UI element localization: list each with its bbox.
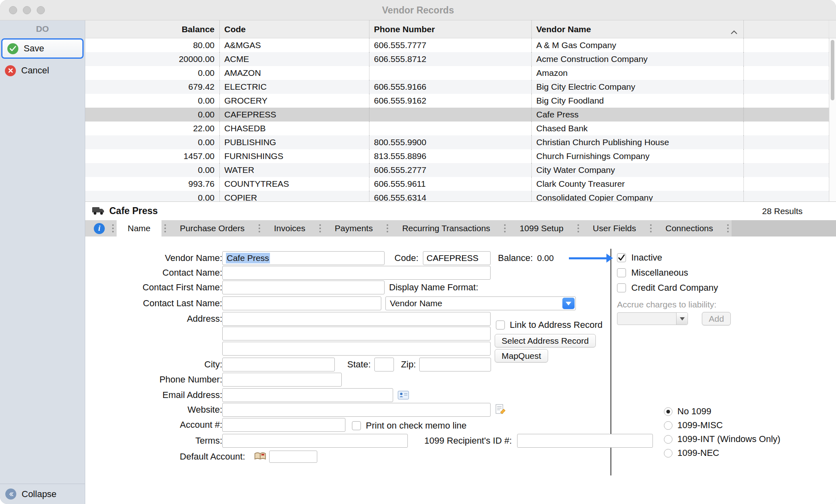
cell-balance: 0.00 [85, 163, 220, 177]
dropdown-chevron-icon[interactable] [562, 298, 575, 309]
cell-extra [744, 191, 829, 201]
cancel-button[interactable]: Cancel [0, 61, 85, 80]
checkbox-label-credit-card-company: Credit Card Company [631, 283, 718, 293]
radio-row-1099-nec[interactable]: 1099-NEC [664, 446, 781, 460]
radio-row-1099-int-windows-only[interactable]: 1099-INT (Windows Only) [664, 432, 781, 446]
table-row[interactable]: 22.00CHASEDBChased Bank [85, 122, 836, 135]
website-field[interactable] [222, 403, 491, 417]
ledger-book-icon[interactable] [254, 451, 266, 463]
table-scrollbar[interactable] [829, 38, 836, 201]
cell-code: FURNISHINGS [220, 149, 369, 163]
account-number-field[interactable] [222, 418, 345, 432]
radio-1099-int-windows-only[interactable] [664, 435, 672, 444]
cell-code: WATER [220, 163, 369, 177]
print-memo-checkbox-row[interactable]: Print on check memo line [352, 420, 467, 431]
state-field[interactable] [374, 358, 394, 371]
contact-name-field[interactable] [222, 266, 491, 280]
collapse-button[interactable]: Collapse [0, 484, 85, 504]
tab-purchase-orders[interactable]: Purchase Orders [169, 220, 256, 237]
balance-value: 0.00 [537, 251, 554, 265]
checkbox-row-miscellaneous[interactable]: Miscellaneous [617, 265, 718, 280]
account-number-label: Account #: [88, 418, 222, 432]
select-address-record-button[interactable]: Select Address Record [495, 334, 596, 347]
address-line2-field[interactable] [222, 327, 491, 340]
zip-field[interactable] [419, 358, 491, 371]
phone-number-field[interactable] [222, 373, 342, 387]
sidebar: DO Save Cancel Collapse [0, 20, 85, 504]
column-header-phone[interactable]: Phone Number [369, 20, 532, 38]
cell-code: CHASEDB [220, 122, 369, 135]
column-header-code[interactable]: Code [220, 20, 369, 38]
display-name-format-dropdown[interactable]: Vendor Name [385, 296, 576, 310]
sort-ascending-icon [730, 27, 738, 37]
accrue-liability-dropdown[interactable] [617, 312, 688, 325]
table-row[interactable]: 0.00COPIER606.555.6314Consolidated Copie… [85, 191, 836, 201]
tab-connections[interactable]: Connections [655, 220, 724, 237]
link-address-record-checkbox[interactable] [496, 321, 505, 329]
contact-last-name-field[interactable] [222, 296, 381, 310]
column-header-balance[interactable]: Balance [85, 20, 220, 38]
titlebar: Vendor Records [0, 0, 836, 20]
checkbox-row-credit-card-company[interactable]: Credit Card Company [617, 280, 718, 295]
table-row[interactable]: 20000.00ACME606.555.8712Acme Constructio… [85, 52, 836, 66]
tab-info[interactable]: i [89, 220, 109, 237]
table-row[interactable]: 0.00WATER606.555.2777City Water Company [85, 163, 836, 177]
print-memo-checkbox[interactable] [352, 421, 361, 430]
radio-1099-misc[interactable] [664, 421, 672, 430]
cell-extra [744, 94, 829, 108]
tab-payments[interactable]: Payments [324, 220, 384, 237]
cell-name: Clark County Treasurer [532, 177, 744, 191]
code-field[interactable] [423, 251, 491, 265]
vendor-name-field[interactable]: Cafe Press [222, 251, 385, 265]
city-field[interactable] [222, 358, 335, 371]
tab-user-fields[interactable]: User Fields [582, 220, 647, 237]
table-row[interactable]: 0.00PUBLISHING800.555.9900Christian Chur… [85, 135, 836, 149]
code-label: Code: [386, 251, 418, 265]
contact-first-name-field[interactable] [222, 281, 385, 294]
tab-1099-setup[interactable]: 1099 Setup [509, 220, 574, 237]
add-liability-button[interactable]: Add [702, 312, 731, 325]
radio-no-1099[interactable] [664, 407, 672, 416]
radio-row-1099-misc[interactable]: 1099-MISC [664, 418, 781, 432]
address-line1-field[interactable] [222, 312, 491, 326]
cell-code: ELECTRIC [220, 80, 369, 94]
table-scrollbar-thumb[interactable] [831, 40, 834, 100]
email-address-field[interactable] [222, 388, 393, 402]
table-row[interactable]: 0.00AMAZONAmazon [85, 66, 836, 80]
table-row[interactable]: 1457.00FURNISHINGS813.555.8896Church Fur… [85, 149, 836, 163]
address-line3-field[interactable] [222, 342, 491, 356]
accrue-dropdown-chevron-icon[interactable] [676, 313, 688, 325]
print-memo-label: Print on check memo line [366, 420, 467, 431]
checkbox-row-inactive[interactable]: Inactive [617, 250, 718, 265]
default-account-field[interactable] [269, 451, 317, 463]
radio-row-no-1099[interactable]: No 1099 [664, 405, 781, 418]
checkbox-miscellaneous[interactable] [617, 268, 626, 277]
cell-name: Christian Church Publishing House [532, 135, 744, 149]
table-row[interactable]: 993.76COUNTYTREAS606.555.9611Clark Count… [85, 177, 836, 191]
cell-name: Consolidated Copier Company [532, 191, 744, 201]
cell-balance: 80.00 [85, 38, 220, 52]
link-address-record-checkbox-row[interactable]: Link to Address Record [496, 320, 602, 330]
mapquest-button[interactable]: MapQuest [495, 349, 548, 363]
cell-phone: 606.555.7777 [369, 38, 532, 52]
radio-1099-nec[interactable] [664, 449, 672, 458]
column-header-vendor-name[interactable]: Vendor Name [532, 20, 744, 38]
table-row[interactable]: 80.00A&MGAS606.555.7777A & M Gas Company [85, 38, 836, 52]
contact-name-label: Contact Name: [88, 266, 222, 280]
tab-recurring-transactions[interactable]: Recurring Transactions [391, 220, 501, 237]
email-contact-icon[interactable] [398, 390, 409, 402]
collapse-button-label: Collapse [22, 489, 57, 500]
recipient-id-field[interactable] [517, 434, 653, 448]
save-button[interactable]: Save [1, 38, 84, 59]
website-edit-icon[interactable] [495, 404, 506, 417]
table-row[interactable]: 679.42ELECTRIC606.555.9166Big City Elect… [85, 80, 836, 94]
main-panel: Balance Code Phone Number Vendor Name 80… [85, 20, 836, 504]
checkbox-credit-card-company[interactable] [617, 283, 626, 292]
table-row[interactable]: 0.00CAFEPRESSCafe Press [85, 108, 836, 122]
table-row[interactable]: 0.00GROCERY606.555.9162Big City Foodland [85, 94, 836, 108]
vendor-table: Balance Code Phone Number Vendor Name 80… [85, 20, 836, 201]
checkbox-inactive[interactable] [617, 253, 626, 262]
tab-invoices[interactable]: Invoices [263, 220, 316, 237]
info-icon: i [94, 223, 105, 234]
tab-name[interactable]: Name [117, 220, 161, 237]
